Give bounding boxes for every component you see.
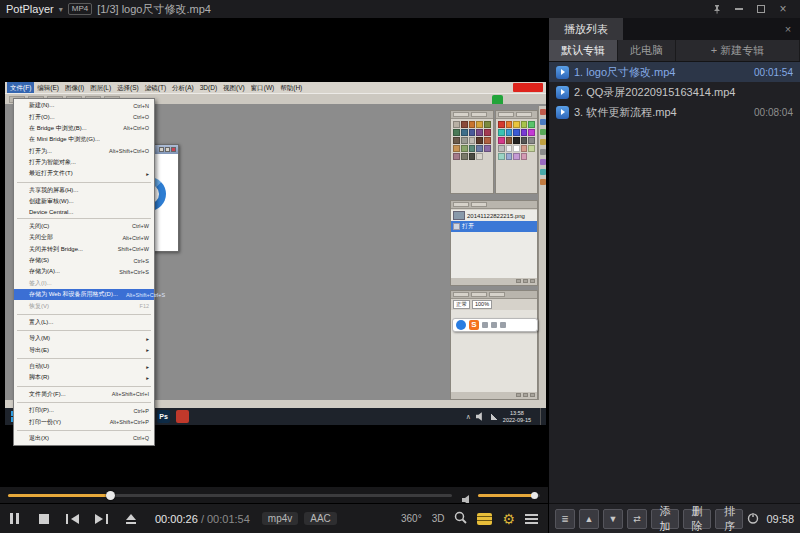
doc-minimize-icon: [159, 147, 164, 152]
menu-item-shortcut: ▸: [146, 336, 149, 342]
swatch-grid-b: [496, 119, 537, 162]
ps-menubar-item: 滤镜(T): [142, 82, 169, 93]
volume-handle[interactable]: [531, 492, 538, 499]
speaker-icon: [476, 412, 486, 421]
media-file-icon: [556, 86, 569, 99]
playlist-item-duration: 00:08:04: [754, 107, 793, 118]
search-button[interactable]: [454, 510, 467, 528]
control-right-group: 360° 3D ⚙: [401, 510, 548, 528]
swatch: [461, 153, 468, 160]
album-tab[interactable]: 此电脑: [618, 40, 676, 61]
menu-separator: [17, 182, 151, 183]
ps-swatches-panel-b: [495, 110, 538, 194]
pause-button[interactable]: [0, 504, 29, 533]
always-on-top-button[interactable]: [706, 0, 728, 18]
list-mode-button[interactable]: ≣: [555, 509, 575, 529]
mic-icon: [491, 322, 497, 328]
panel-icon: [540, 139, 546, 145]
add-button[interactable]: 添加: [651, 509, 679, 529]
panel-footer-icon: [516, 279, 521, 283]
menu-item: 导入(M)▸: [14, 333, 154, 344]
menu-item-label: 创建新审核(W)...: [29, 197, 74, 206]
tab-playlist[interactable]: 播放列表: [549, 18, 623, 40]
panel-icon: [540, 179, 546, 185]
swatch: [528, 145, 535, 152]
panel-icon: [540, 159, 546, 165]
swatch: [521, 153, 528, 160]
menu-item-shortcut: Ctrl+Q: [133, 435, 149, 441]
album-tab[interactable]: 默认专辑: [549, 40, 618, 61]
menu-item: 打印(P)...Ctrl+P: [14, 405, 154, 416]
history-item-selected: 打开: [451, 221, 537, 232]
playlist-item[interactable]: 2. QQ录屏20220915163414.mp4: [549, 82, 800, 102]
menu-item-shortcut: Alt+Ctrl+O: [123, 125, 149, 131]
ps-swatches-panel-a: [450, 110, 494, 194]
panel-icon: [540, 119, 546, 125]
seek-handle[interactable]: [106, 491, 115, 500]
panel-tab: [471, 112, 487, 117]
swatch: [476, 145, 483, 152]
chevron-down-icon[interactable]: ▾: [59, 5, 63, 14]
sort-button[interactable]: 排序: [715, 509, 743, 529]
open-media-button[interactable]: [116, 504, 145, 533]
menu-item-label: 打印一份(Y): [29, 418, 61, 427]
volume-bar[interactable]: [478, 494, 540, 497]
previous-button[interactable]: [58, 504, 87, 533]
shuffle-button[interactable]: ⇄: [627, 509, 647, 529]
codec-badge: MP4: [68, 3, 92, 15]
menu-item: 关闭全部Alt+Ctrl+W: [14, 232, 154, 243]
ps-menubar-item: 视图(V): [220, 82, 248, 93]
view-360-button[interactable]: 360°: [401, 513, 422, 524]
stop-button[interactable]: [29, 504, 58, 533]
network-icon: [491, 414, 498, 420]
swatch: [461, 137, 468, 144]
next-button[interactable]: [87, 504, 116, 533]
power-button[interactable]: [747, 510, 759, 528]
minimize-button[interactable]: [728, 0, 750, 18]
panel-tab: [489, 292, 505, 297]
taskbar-clock: 13:58 2022-09-15: [503, 410, 531, 423]
playlist-item-title: 2. QQ录屏20220915163414.mp4: [574, 85, 788, 100]
seek-bar[interactable]: [8, 494, 452, 497]
app-name[interactable]: PotPlayer: [6, 3, 54, 15]
seek-progress: [8, 494, 110, 497]
video-display[interactable]: 文件(F)编辑(E)图像(I)图层(L)选择(S)滤镜(T)分析(A)3D(D)…: [0, 18, 548, 487]
panel-close-button[interactable]: ×: [776, 18, 800, 40]
history-thumbnail: [453, 211, 465, 220]
menu-separator: [17, 402, 151, 403]
menu-item: 打开为智能对象...: [14, 157, 154, 168]
menu-item: 新建(N)...Ctrl+N: [14, 100, 154, 111]
menu-item-shortcut: Shift+Ctrl+W: [118, 246, 149, 252]
swatch: [506, 129, 513, 136]
menu-item: 自动(U)▸: [14, 361, 154, 372]
view-3d-button[interactable]: 3D: [432, 513, 445, 524]
menu-item-label: Device Central...: [29, 209, 73, 215]
swatch: [469, 129, 476, 136]
ps-history-panel: 20141122822215.png 打开: [450, 200, 538, 286]
swatch: [506, 137, 513, 144]
menu-item-label: 自动(U): [29, 362, 49, 371]
prev-icon: [66, 514, 68, 524]
playlist-item[interactable]: 3. 软件更新流程.mp400:08:04: [549, 102, 800, 122]
delete-button[interactable]: 删除: [683, 509, 711, 529]
menu-button[interactable]: [525, 514, 538, 524]
layers-options-row: 正常 100%: [451, 299, 537, 309]
swatch: [498, 129, 505, 136]
settings-button[interactable]: ⚙: [502, 512, 515, 526]
play-glyph-icon: [561, 69, 565, 75]
menu-item-label: 存储(S): [29, 256, 49, 265]
menu-item: 置入(L)...: [14, 317, 154, 328]
move-up-button[interactable]: ▲: [579, 509, 599, 529]
album-tab[interactable]: + 新建专辑: [676, 40, 800, 61]
panel-header: [451, 111, 493, 119]
close-button[interactable]: ×: [772, 0, 794, 18]
subtitle-button[interactable]: [477, 513, 492, 525]
photoshop-icon: Ps: [157, 410, 170, 423]
menu-item-label: 文件简介(F)...: [29, 390, 66, 399]
move-down-button[interactable]: ▼: [603, 509, 623, 529]
panel-tab: [453, 292, 469, 297]
playlist-item[interactable]: 1. logo尺寸修改.mp400:01:54: [549, 62, 800, 82]
menu-item-shortcut: ▸: [146, 364, 149, 370]
taskbar-date: 2022-09-15: [503, 417, 531, 424]
maximize-button[interactable]: [750, 0, 772, 18]
